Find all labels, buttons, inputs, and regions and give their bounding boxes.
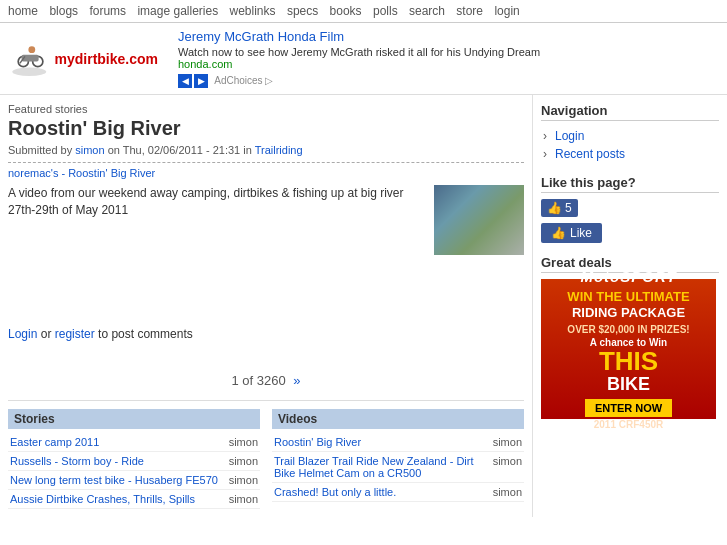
deals-motosport-label: MotoSPORT	[580, 268, 676, 285]
table-row: Roostin' Big Riversimon	[272, 433, 524, 452]
advertisement-area: Jeremy McGrath Honda Film Watch now to s…	[158, 29, 719, 88]
table-row: Aussie Dirtbike Crashes, Thrills, Spills…	[8, 490, 260, 509]
fb-thumb-icon2: 👍	[551, 226, 566, 240]
sidebar-nav-link[interactable]: Login	[555, 129, 584, 143]
video-item-author: simon	[493, 486, 522, 498]
story-thumbnail	[434, 185, 524, 255]
fb-like-label: Like	[570, 226, 592, 240]
stories-list: Easter camp 2011simonRussells - Storm bo…	[8, 433, 260, 509]
sidebar-nav-link[interactable]: Recent posts	[555, 147, 625, 161]
story-date: Thu, 02/06/2011 - 21:31	[123, 144, 240, 156]
deals-model-label: 2011 CRF450R	[594, 419, 663, 430]
sidebar: Navigation LoginRecent posts Like this p…	[532, 95, 727, 517]
logo-text: mydirtbike.com	[55, 51, 158, 67]
story-item-author: simon	[229, 493, 258, 505]
like-box: 👍 5	[541, 199, 719, 217]
logo-ad-area: mydirtbike.com Jeremy McGrath Honda Film…	[0, 23, 727, 95]
video-item-link[interactable]: Trail Blazer Trail Ride New Zealand - Di…	[274, 455, 489, 479]
meta-submitted-prefix: Submitted by	[8, 144, 75, 156]
featured-section: Featured stories Roostin' Big River Subm…	[8, 103, 524, 255]
fb-like-btn[interactable]: 👍 Like	[541, 223, 602, 243]
nav-item-blogs[interactable]: blogs	[49, 4, 78, 18]
video-item-link[interactable]: Roostin' Big River	[274, 436, 489, 448]
sidebar-nav-items: LoginRecent posts	[541, 127, 719, 163]
deals-this-label: THIS	[599, 348, 658, 374]
sidebar-nav-section: Navigation LoginRecent posts	[541, 103, 719, 163]
videos-list: Roostin' Big RiversimonTrail Blazer Trai…	[272, 433, 524, 502]
bottom-tables: Stories Easter camp 2011simonRussells - …	[8, 400, 524, 509]
story-item-link[interactable]: Aussie Dirtbike Crashes, Thrills, Spills	[10, 493, 225, 505]
login-link[interactable]: Login	[8, 327, 37, 341]
meta-in: in	[240, 144, 254, 156]
sidebar-like-title: Like this page?	[541, 175, 719, 193]
ad-description: Watch now to see how Jeremy McGrath risk…	[178, 46, 719, 58]
table-row: Russells - Storm boy - Ridesimon	[8, 452, 260, 471]
story-title: Roostin' Big River	[8, 117, 524, 140]
story-author-link[interactable]: simon	[75, 144, 104, 156]
story-link[interactable]: noremac's - Roostin' Big River	[8, 167, 524, 179]
story-divider	[8, 162, 524, 163]
nav-item-home[interactable]: home	[8, 4, 38, 18]
deals-advertisement[interactable]: MotoSPORT WIN THE ULTIMATE RIDING PACKAG…	[541, 279, 716, 419]
story-category-link[interactable]: Trailriding	[255, 144, 303, 156]
sidebar-like-section: Like this page? 👍 5 👍 Like	[541, 175, 719, 243]
nav-item-books[interactable]: books	[330, 4, 362, 18]
table-row: New long term test bike - Husaberg FE570…	[8, 471, 260, 490]
videos-table-header: Videos	[272, 409, 524, 429]
deals-prize-label: OVER $20,000 IN PRIZES!	[567, 324, 689, 335]
logo-icon	[8, 34, 51, 84]
register-link[interactable]: register	[55, 327, 95, 341]
nav-item-polls[interactable]: polls	[373, 4, 398, 18]
nav-item-specs[interactable]: specs	[287, 4, 318, 18]
video-item-author: simon	[493, 455, 522, 479]
story-body: A video from our weekend away camping, d…	[8, 185, 524, 255]
nav-item-forums[interactable]: forums	[89, 4, 126, 18]
story-item-author: simon	[229, 436, 258, 448]
video-item-link[interactable]: Crashed! But only a little.	[274, 486, 489, 498]
ad-title-link[interactable]: Jeremy McGrath Honda Film	[178, 29, 344, 44]
or-text: or	[37, 327, 54, 341]
story-meta: Submitted by simon on Thu, 02/06/2011 - …	[8, 144, 524, 156]
nav-item-login[interactable]: login	[494, 4, 519, 18]
story-body-text: A video from our weekend away camping, d…	[8, 185, 426, 255]
sidebar-nav-title: Navigation	[541, 103, 719, 121]
ad-choices: ◀ ▶ AdChoices ▷	[178, 74, 719, 88]
stories-table: Stories Easter camp 2011simonRussells - …	[8, 409, 260, 509]
ad-prev-arrow[interactable]: ◀	[178, 74, 192, 88]
nav-item-store[interactable]: store	[456, 4, 483, 18]
sidebar-nav-item: Recent posts	[541, 145, 719, 163]
deals-riding-label: RIDING PACKAGE	[572, 305, 685, 320]
deals-bike-label: BIKE	[607, 374, 650, 395]
logo-box: mydirtbike.com	[8, 31, 158, 86]
svg-point-0	[12, 67, 46, 76]
pagination-text: 1 of 3260	[231, 373, 285, 388]
story-item-link[interactable]: Easter camp 2011	[10, 436, 225, 448]
ad-title[interactable]: Jeremy McGrath Honda Film	[178, 29, 719, 44]
fb-thumb-icon: 👍	[547, 201, 562, 215]
ad-next-arrow[interactable]: ▶	[194, 74, 208, 88]
comments-area: Login or register to post comments	[8, 267, 524, 361]
story-item-link[interactable]: Russells - Storm boy - Ride	[10, 455, 225, 467]
nav-links: home blogs forums image galleries weblin…	[8, 4, 528, 18]
ad-url: honda.com	[178, 58, 719, 70]
login-comment-prompt: Login or register to post comments	[8, 327, 524, 341]
top-navigation: home blogs forums image galleries weblin…	[0, 0, 727, 23]
svg-point-4	[28, 46, 35, 53]
story-item-link[interactable]: New long term test bike - Husaberg FE570	[10, 474, 225, 486]
deals-win-label: WIN THE ULTIMATE	[567, 289, 689, 305]
comment-suffix: to post comments	[95, 327, 193, 341]
videos-table: Videos Roostin' Big RiversimonTrail Blaz…	[272, 409, 524, 509]
ad-arrows[interactable]: ◀ ▶	[178, 74, 208, 88]
stories-table-header: Stories	[8, 409, 260, 429]
featured-label: Featured stories	[8, 103, 524, 115]
deals-enter-btn[interactable]: ENTER NOW	[585, 399, 672, 417]
nav-item-weblinks[interactable]: weblinks	[230, 4, 276, 18]
video-item-author: simon	[493, 436, 522, 448]
nav-item-image-galleries[interactable]: image galleries	[137, 4, 218, 18]
ad-choices-label: AdChoices ▷	[214, 75, 273, 86]
facebook-count: 👍 5	[541, 199, 578, 217]
table-row: Trail Blazer Trail Ride New Zealand - Di…	[272, 452, 524, 483]
nav-item-search[interactable]: search	[409, 4, 445, 18]
table-row: Crashed! But only a little.simon	[272, 483, 524, 502]
pagination-next[interactable]: »	[293, 373, 300, 388]
